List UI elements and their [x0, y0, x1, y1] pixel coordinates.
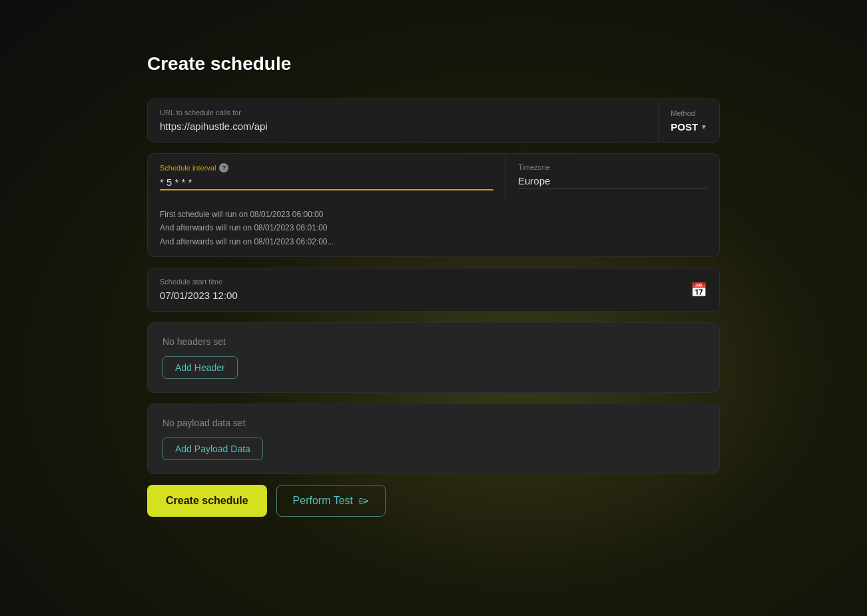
interval-block: Schedule interval ? Timezone Europe Firs… [147, 153, 720, 257]
url-input[interactable] [160, 121, 646, 132]
action-row: Create schedule Perform Test ⌲ [147, 485, 720, 517]
interval-top-row: Schedule interval ? Timezone Europe [147, 153, 720, 200]
schedule-info-line2: And afterwards will run on 08/01/2023 06… [160, 221, 707, 234]
method-value: POST [671, 121, 698, 133]
chevron-down-icon: ▼ [701, 123, 707, 131]
send-icon: ⌲ [358, 495, 369, 507]
schedule-info-line1: First schedule will run on 08/01/2023 06… [160, 208, 707, 221]
url-field-wrapper: URL to schedule calls for [148, 99, 659, 142]
interval-input[interactable] [160, 176, 493, 190]
help-icon[interactable]: ? [219, 163, 228, 172]
perform-test-label: Perform Test [293, 495, 353, 507]
create-schedule-button[interactable]: Create schedule [147, 485, 267, 517]
perform-test-button[interactable]: Perform Test ⌲ [276, 485, 386, 517]
url-method-card: URL to schedule calls for Method POST ▼ [147, 99, 720, 143]
calendar-icon[interactable]: 📅 [691, 282, 707, 298]
timezone-wrapper: Timezone Europe [506, 154, 719, 200]
timezone-label: Timezone [518, 163, 707, 171]
schedule-info-card: First schedule will run on 08/01/2023 06… [147, 200, 720, 257]
start-time-label: Schedule start time [160, 278, 691, 286]
method-label: Method [671, 109, 707, 117]
payload-no-data: No payload data set [162, 418, 705, 428]
payload-section: No payload data set Add Payload Data [147, 404, 720, 474]
timezone-value[interactable]: Europe [518, 175, 707, 188]
method-select[interactable]: POST ▼ [671, 121, 707, 133]
page-title: Create schedule [147, 53, 720, 75]
add-header-button[interactable]: Add Header [162, 356, 238, 379]
start-time-card: Schedule start time 📅 [147, 268, 720, 312]
interval-label: Schedule interval ? [160, 163, 493, 172]
schedule-info-line3: And afterwards will run on 08/01/2023 06… [160, 235, 707, 248]
headers-section: No headers set Add Header [147, 322, 720, 393]
add-payload-button[interactable]: Add Payload Data [162, 438, 263, 460]
headers-no-data: No headers set [162, 336, 705, 347]
url-field-label: URL to schedule calls for [160, 109, 646, 117]
method-wrapper: Method POST ▼ [659, 99, 719, 142]
interval-wrapper: Schedule interval ? [148, 154, 506, 200]
start-time-input[interactable] [160, 290, 691, 301]
start-time-content: Schedule start time [160, 278, 691, 302]
